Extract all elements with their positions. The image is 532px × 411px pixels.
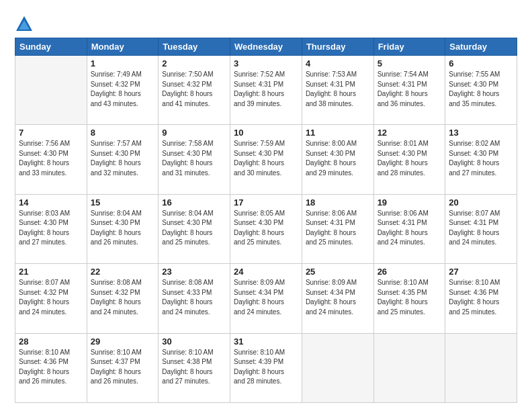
day-number: 20	[449, 197, 513, 208]
day-info: Sunrise: 7:55 AM Sunset: 4:30 PM Dayligh…	[449, 70, 513, 109]
calendar-week-row: 21Sunrise: 8:07 AM Sunset: 4:32 PM Dayli…	[15, 264, 517, 333]
day-info: Sunrise: 7:56 AM Sunset: 4:30 PM Dayligh…	[19, 139, 83, 178]
calendar-cell: 13Sunrise: 8:02 AM Sunset: 4:30 PM Dayli…	[445, 125, 517, 194]
calendar-cell: 10Sunrise: 7:59 AM Sunset: 4:30 PM Dayli…	[230, 125, 302, 194]
day-info: Sunrise: 7:53 AM Sunset: 4:31 PM Dayligh…	[306, 70, 370, 109]
day-number: 10	[234, 128, 298, 138]
calendar-day-header: Monday	[87, 38, 159, 56]
calendar-cell: 22Sunrise: 8:08 AM Sunset: 4:32 PM Dayli…	[87, 264, 159, 333]
calendar-week-row: 14Sunrise: 8:03 AM Sunset: 4:30 PM Dayli…	[15, 194, 517, 263]
page: SundayMondayTuesdayWednesdayThursdayFrid…	[0, 0, 532, 411]
calendar-cell: 18Sunrise: 8:06 AM Sunset: 4:31 PM Dayli…	[302, 194, 373, 263]
calendar-cell: 29Sunrise: 8:10 AM Sunset: 4:37 PM Dayli…	[87, 333, 159, 402]
logo	[15, 15, 36, 34]
calendar-week-row: 1Sunrise: 7:49 AM Sunset: 4:32 PM Daylig…	[15, 56, 517, 125]
calendar-cell: 11Sunrise: 8:00 AM Sunset: 4:30 PM Dayli…	[302, 125, 373, 194]
day-number: 8	[91, 128, 155, 138]
day-number: 12	[378, 128, 442, 138]
day-number: 19	[378, 197, 442, 208]
day-number: 28	[19, 336, 83, 347]
calendar-cell: 31Sunrise: 8:10 AM Sunset: 4:39 PM Dayli…	[230, 333, 302, 402]
day-info: Sunrise: 8:06 AM Sunset: 4:31 PM Dayligh…	[306, 209, 370, 248]
calendar-cell: 6Sunrise: 7:55 AM Sunset: 4:30 PM Daylig…	[445, 56, 517, 125]
day-number: 4	[306, 58, 370, 68]
day-info: Sunrise: 8:04 AM Sunset: 4:30 PM Dayligh…	[162, 209, 226, 248]
calendar-day-header: Wednesday	[230, 38, 302, 56]
day-number: 14	[19, 197, 83, 208]
calendar-cell: 19Sunrise: 8:06 AM Sunset: 4:31 PM Dayli…	[373, 194, 445, 263]
day-info: Sunrise: 7:57 AM Sunset: 4:30 PM Dayligh…	[91, 139, 155, 178]
day-info: Sunrise: 7:54 AM Sunset: 4:31 PM Dayligh…	[378, 70, 442, 109]
calendar-cell: 3Sunrise: 7:52 AM Sunset: 4:31 PM Daylig…	[230, 56, 302, 125]
calendar-cell: 20Sunrise: 8:07 AM Sunset: 4:31 PM Dayli…	[445, 194, 517, 263]
calendar-cell: 17Sunrise: 8:05 AM Sunset: 4:30 PM Dayli…	[230, 194, 302, 263]
day-info: Sunrise: 8:04 AM Sunset: 4:30 PM Dayligh…	[91, 209, 155, 248]
calendar-cell: 27Sunrise: 8:10 AM Sunset: 4:36 PM Dayli…	[445, 264, 517, 333]
calendar-cell	[302, 333, 373, 402]
day-info: Sunrise: 8:08 AM Sunset: 4:32 PM Dayligh…	[91, 278, 155, 317]
header	[15, 12, 517, 34]
day-info: Sunrise: 8:05 AM Sunset: 4:30 PM Dayligh…	[234, 209, 298, 248]
day-info: Sunrise: 8:01 AM Sunset: 4:30 PM Dayligh…	[378, 139, 442, 178]
calendar-week-row: 7Sunrise: 7:56 AM Sunset: 4:30 PM Daylig…	[15, 125, 517, 194]
day-number: 29	[91, 336, 155, 347]
day-number: 22	[91, 267, 155, 277]
day-info: Sunrise: 8:00 AM Sunset: 4:30 PM Dayligh…	[306, 139, 370, 178]
day-info: Sunrise: 7:52 AM Sunset: 4:31 PM Dayligh…	[234, 70, 298, 109]
calendar-header-row: SundayMondayTuesdayWednesdayThursdayFrid…	[15, 38, 517, 56]
day-number: 13	[449, 128, 513, 138]
day-number: 18	[306, 197, 370, 208]
calendar-day-header: Thursday	[302, 38, 373, 56]
day-number: 7	[19, 128, 83, 138]
logo-icon	[15, 15, 34, 34]
day-info: Sunrise: 8:10 AM Sunset: 4:36 PM Dayligh…	[449, 278, 513, 317]
day-number: 23	[162, 267, 226, 277]
day-number: 16	[162, 197, 226, 208]
day-info: Sunrise: 8:07 AM Sunset: 4:32 PM Dayligh…	[19, 278, 83, 317]
day-number: 25	[306, 267, 370, 277]
day-info: Sunrise: 8:10 AM Sunset: 4:39 PM Dayligh…	[234, 348, 298, 387]
calendar-cell: 15Sunrise: 8:04 AM Sunset: 4:30 PM Dayli…	[87, 194, 159, 263]
calendar-cell: 7Sunrise: 7:56 AM Sunset: 4:30 PM Daylig…	[15, 125, 87, 194]
day-info: Sunrise: 8:10 AM Sunset: 4:36 PM Dayligh…	[19, 348, 83, 387]
day-info: Sunrise: 8:08 AM Sunset: 4:33 PM Dayligh…	[162, 278, 226, 317]
day-number: 17	[234, 197, 298, 208]
calendar-cell: 12Sunrise: 8:01 AM Sunset: 4:30 PM Dayli…	[373, 125, 445, 194]
day-info: Sunrise: 8:09 AM Sunset: 4:34 PM Dayligh…	[306, 278, 370, 317]
day-info: Sunrise: 8:07 AM Sunset: 4:31 PM Dayligh…	[449, 209, 513, 248]
calendar-cell: 21Sunrise: 8:07 AM Sunset: 4:32 PM Dayli…	[15, 264, 87, 333]
calendar-cell: 23Sunrise: 8:08 AM Sunset: 4:33 PM Dayli…	[159, 264, 230, 333]
day-number: 5	[378, 58, 442, 68]
calendar-table: SundayMondayTuesdayWednesdayThursdayFrid…	[15, 38, 517, 403]
calendar-cell	[373, 333, 445, 402]
calendar-cell: 2Sunrise: 7:50 AM Sunset: 4:32 PM Daylig…	[159, 56, 230, 125]
day-info: Sunrise: 7:50 AM Sunset: 4:32 PM Dayligh…	[162, 70, 226, 109]
day-number: 1	[91, 58, 155, 68]
day-info: Sunrise: 7:58 AM Sunset: 4:30 PM Dayligh…	[162, 139, 226, 178]
day-info: Sunrise: 8:10 AM Sunset: 4:35 PM Dayligh…	[378, 278, 442, 317]
calendar-week-row: 28Sunrise: 8:10 AM Sunset: 4:36 PM Dayli…	[15, 333, 517, 402]
day-info: Sunrise: 7:59 AM Sunset: 4:30 PM Dayligh…	[234, 139, 298, 178]
day-info: Sunrise: 8:02 AM Sunset: 4:30 PM Dayligh…	[449, 139, 513, 178]
day-info: Sunrise: 8:10 AM Sunset: 4:38 PM Dayligh…	[162, 348, 226, 387]
day-number: 2	[162, 58, 226, 68]
day-number: 15	[91, 197, 155, 208]
day-number: 9	[162, 128, 226, 138]
calendar-cell: 28Sunrise: 8:10 AM Sunset: 4:36 PM Dayli…	[15, 333, 87, 402]
calendar-day-header: Sunday	[15, 38, 87, 56]
calendar-cell: 14Sunrise: 8:03 AM Sunset: 4:30 PM Dayli…	[15, 194, 87, 263]
day-number: 11	[306, 128, 370, 138]
day-info: Sunrise: 7:49 AM Sunset: 4:32 PM Dayligh…	[91, 70, 155, 109]
calendar-cell: 25Sunrise: 8:09 AM Sunset: 4:34 PM Dayli…	[302, 264, 373, 333]
calendar-cell: 9Sunrise: 7:58 AM Sunset: 4:30 PM Daylig…	[159, 125, 230, 194]
calendar-cell	[15, 56, 87, 125]
calendar-cell: 24Sunrise: 8:09 AM Sunset: 4:34 PM Dayli…	[230, 264, 302, 333]
calendar-day-header: Tuesday	[159, 38, 230, 56]
day-number: 26	[378, 267, 442, 277]
day-number: 21	[19, 267, 83, 277]
day-number: 24	[234, 267, 298, 277]
day-number: 31	[234, 336, 298, 347]
day-number: 30	[162, 336, 226, 347]
day-number: 3	[234, 58, 298, 68]
calendar-cell: 1Sunrise: 7:49 AM Sunset: 4:32 PM Daylig…	[87, 56, 159, 125]
